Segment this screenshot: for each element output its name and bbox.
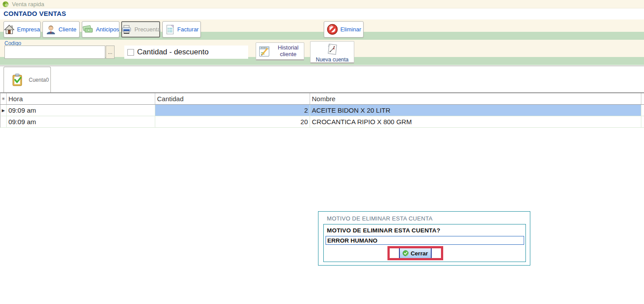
dialog-title: MOTIVO DE ELIMINAR ESTA CUENTA xyxy=(327,215,433,222)
column-header-cantidad[interactable]: Cantidad xyxy=(155,93,310,104)
row-indicator xyxy=(0,116,7,127)
facturar-button[interactable]: Facturar xyxy=(162,21,201,38)
empresa-button[interactable]: Empresa xyxy=(4,21,41,38)
section-divider xyxy=(0,65,644,66)
precuenta-button[interactable]: Precuenta xyxy=(121,21,160,38)
page-title: CONTADO VENTAS xyxy=(4,10,66,17)
motivo-eliminar-dialog: MOTIVO DE ELIMINAR ESTA CUENTA MOTIVO DE… xyxy=(318,211,530,266)
row-indicator: ▶ xyxy=(0,105,7,116)
tab-cuenta0-label: Cuenta0 xyxy=(29,77,49,83)
codigo-input[interactable] xyxy=(4,46,105,59)
invoice-icon xyxy=(165,24,175,35)
dialog-question-label: MOTIVO DE ELIMINAR ESTA CUENTA? xyxy=(327,227,440,234)
highlight-inner: Cerrar xyxy=(390,248,441,258)
cell-nombre[interactable]: CROCANTICA RIPIO X 800 GRM xyxy=(310,116,641,127)
eliminar-button-label: Eliminar xyxy=(341,26,361,33)
anticipos-button-label: Anticipos xyxy=(96,26,119,33)
grid-header-row: ✳ Hora Cantidad Nombre xyxy=(0,92,644,105)
cliente-button-label: Cliente xyxy=(58,26,76,33)
codigo-lookup-button[interactable]: ... xyxy=(106,46,115,59)
clipboard-check-icon xyxy=(11,73,24,87)
cantidad-descuento-panel: Cantidad - descuento xyxy=(124,46,248,59)
cell-cantidad[interactable]: 2 xyxy=(155,105,310,116)
motivo-input[interactable] xyxy=(326,236,524,245)
tab-cuenta0[interactable]: Cuenta0 xyxy=(4,67,51,92)
empresa-button-label: Empresa xyxy=(17,26,40,33)
cantidad-descuento-label: Cantidad - descuento xyxy=(137,48,209,57)
cell-hora[interactable]: 09:09 am xyxy=(7,116,155,127)
check-circle-icon xyxy=(402,250,409,256)
cell-hora[interactable]: 09:09 am xyxy=(7,105,155,116)
column-header-hora[interactable]: Hora xyxy=(7,93,155,104)
no-entry-icon xyxy=(326,23,338,35)
window-titlebar: Venta rapida xyxy=(0,0,644,8)
anticipos-button[interactable]: Anticipos xyxy=(82,21,119,38)
facturar-button-label: Facturar xyxy=(177,26,199,33)
cell-cantidad[interactable]: 20 xyxy=(155,116,310,127)
grid-row-2[interactable]: 09:09 am 20 CROCANTICA RIPIO X 800 GRM xyxy=(0,116,644,128)
cliente-button[interactable]: Cliente xyxy=(42,21,80,38)
person-icon xyxy=(46,24,56,35)
notepad-pencil-icon xyxy=(257,44,272,58)
sales-grid: ✳ Hora Cantidad Nombre ▶ 09:09 am 2 ACEI… xyxy=(0,92,644,128)
new-account-icon xyxy=(325,42,340,57)
app-icon xyxy=(2,1,9,8)
cerrar-button[interactable]: Cerrar xyxy=(399,248,432,258)
grid-row-1[interactable]: ▶ 09:09 am 2 ACEITE BIDON X 20 LITR xyxy=(0,105,644,116)
highlight-red-frame: Cerrar xyxy=(387,246,443,260)
house-icon xyxy=(4,24,15,35)
grid-indicator-header: ✳ xyxy=(0,93,7,104)
nueva-cuenta-button[interactable]: Nueva cuenta xyxy=(310,41,354,64)
money-icon xyxy=(82,24,94,35)
eliminar-button[interactable]: Eliminar xyxy=(324,21,364,38)
cerrar-button-label: Cerrar xyxy=(410,250,428,257)
cantidad-descuento-checkbox[interactable] xyxy=(127,49,134,56)
precuenta-button-label: Precuenta xyxy=(134,26,161,33)
printer-icon xyxy=(121,24,132,35)
nueva-cuenta-label: Nueva cuenta xyxy=(316,57,349,63)
window-title: Venta rapida xyxy=(12,1,44,8)
cell-nombre[interactable]: ACEITE BIDON X 20 LITR xyxy=(310,105,641,116)
historial-cliente-button[interactable]: Historialcliente xyxy=(256,42,304,61)
historial-cliente-label: Historialcliente xyxy=(274,45,303,58)
column-header-nombre[interactable]: Nombre xyxy=(310,93,641,104)
